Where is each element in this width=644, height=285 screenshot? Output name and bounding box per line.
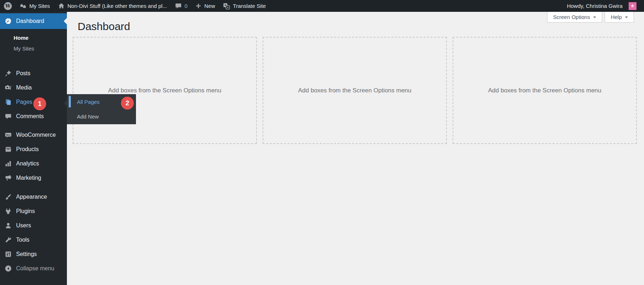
flyout-item-label: Add New: [77, 113, 99, 120]
sidebar-item-dashboard[interactable]: Dashboard: [0, 13, 67, 29]
dashboard-submenu: Home My Sites: [0, 29, 67, 54]
empty-widget-dropzone: Add boxes from the Screen Options menu: [263, 37, 447, 144]
sidebar-item-posts[interactable]: Posts: [0, 66, 67, 81]
flyout-item-all-pages[interactable]: All Pages 2: [67, 94, 136, 109]
step-badge-2: 2: [121, 97, 134, 110]
plug-icon: [5, 208, 12, 215]
megaphone-icon: [5, 174, 12, 182]
sidebar-item-tools[interactable]: Tools: [0, 233, 67, 247]
site-name-menu[interactable]: Non-Divi Stuff (Like other themes and pl…: [54, 0, 171, 12]
step-badge-1: 1: [33, 97, 46, 110]
comments-menu[interactable]: 0: [171, 0, 191, 12]
sidebar-item-appearance[interactable]: Appearance: [0, 190, 67, 204]
flyout-item-add-new[interactable]: Add New: [67, 109, 136, 124]
comments-count: 0: [185, 3, 187, 9]
chevron-down-icon: [625, 16, 628, 20]
main-content: Screen Options Help Dashboard Add boxes …: [67, 12, 644, 285]
dashboard-gauge-icon: [5, 18, 12, 25]
pages-icon: [5, 98, 12, 106]
sidebar-item-label: Settings: [16, 251, 37, 257]
sidebar-item-label: WooCommerce: [16, 132, 56, 138]
translate-site-label: Translate Site: [233, 3, 266, 9]
menu-separator: [0, 124, 67, 128]
sidebar-item-label: Users: [16, 222, 31, 229]
multisite-icon: [20, 3, 26, 9]
sidebar-item-label: Tools: [16, 237, 29, 243]
plus-icon: [195, 3, 201, 9]
sidebar-item-plugins[interactable]: Plugins: [0, 204, 67, 218]
box-icon: [5, 146, 12, 153]
comment-bubble-icon: [5, 113, 12, 120]
wordpress-menu[interactable]: W: [0, 0, 16, 12]
dashboard-widget-area: Add boxes from the Screen Options menu A…: [73, 37, 637, 144]
translate-site-menu[interactable]: Translate Site: [219, 0, 270, 12]
sidebar-item-label: Pages: [16, 99, 32, 105]
my-sites-label: My Sites: [29, 3, 50, 9]
sidebar-item-media[interactable]: Media: [0, 81, 67, 95]
camera-icon: [5, 84, 12, 91]
sidebar-item-pages[interactable]: Pages 1: [0, 95, 67, 109]
wrench-icon: [5, 236, 12, 243]
help-button[interactable]: Help: [605, 12, 634, 23]
user-icon: [5, 222, 12, 229]
sidebar-item-marketing[interactable]: Marketing: [0, 171, 67, 185]
screen-options-button[interactable]: Screen Options: [547, 12, 602, 23]
sidebar-item-label: Analytics: [16, 160, 39, 167]
sidebar-item-label: Marketing: [16, 175, 41, 181]
paintbrush-icon: [5, 193, 12, 201]
collapse-arrow-icon: [5, 265, 12, 272]
sidebar-item-label: Media: [16, 84, 32, 91]
howdy-text: Howdy, Christina Gwira: [567, 3, 623, 9]
svg-text:Woo: Woo: [6, 134, 11, 136]
sidebar-item-label: Products: [16, 146, 39, 153]
sidebar-item-label: Posts: [16, 70, 30, 77]
pushpin-icon: [5, 70, 12, 77]
admin-sidebar: Dashboard Home My Sites Posts Media Page…: [0, 12, 67, 285]
sliders-icon: [5, 251, 12, 258]
new-content-menu[interactable]: New: [191, 0, 219, 12]
sidebar-item-comments[interactable]: Comments: [0, 109, 67, 124]
page-title: Dashboard: [78, 20, 130, 33]
collapse-menu-button[interactable]: Collapse menu: [0, 261, 67, 276]
sidebar-item-my-sites[interactable]: My Sites: [0, 43, 67, 54]
sidebar-item-label: Appearance: [16, 194, 47, 200]
dropzone-hint-text: Add boxes from the Screen Options menu: [298, 87, 411, 94]
sidebar-item-woocommerce[interactable]: Woo WooCommerce: [0, 128, 67, 142]
collapse-menu-label: Collapse menu: [16, 265, 54, 272]
sidebar-item-settings[interactable]: Settings: [0, 247, 67, 261]
sidebar-item-products[interactable]: Products: [0, 142, 67, 156]
my-sites-menu[interactable]: My Sites: [16, 0, 54, 12]
help-label: Help: [611, 14, 622, 20]
sidebar-item-label: Comments: [16, 113, 44, 120]
current-item-bar: [69, 96, 71, 107]
woocommerce-icon: Woo: [5, 131, 12, 139]
bar-chart-icon: [5, 160, 12, 167]
sidebar-item-home[interactable]: Home: [0, 33, 67, 43]
sidebar-item-users[interactable]: Users: [0, 218, 67, 233]
pages-flyout-menu: All Pages 2 Add New: [67, 94, 136, 124]
translate-icon: [223, 3, 230, 10]
flyout-item-label: All Pages: [77, 99, 99, 105]
admin-bar: W My Sites Non-Divi Stuff (Like other th…: [0, 0, 644, 12]
site-name-label: Non-Divi Stuff (Like other themes and pl…: [68, 3, 167, 9]
chevron-down-icon: [593, 16, 596, 20]
screen-options-label: Screen Options: [553, 14, 590, 20]
avatar[interactable]: *: [629, 2, 636, 10]
sidebar-item-label: Dashboard: [16, 18, 44, 24]
account-menu[interactable]: Howdy, Christina Gwira *: [563, 0, 640, 12]
wordpress-logo-icon: W: [4, 2, 12, 10]
dropzone-hint-text: Add boxes from the Screen Options menu: [108, 87, 221, 94]
new-label: New: [204, 3, 215, 9]
menu-separator: [0, 185, 67, 190]
comment-bubble-icon: [175, 3, 182, 9]
home-icon: [58, 3, 65, 9]
screen-meta-links: Screen Options Help: [547, 12, 634, 23]
sidebar-item-analytics[interactable]: Analytics: [0, 156, 67, 171]
sidebar-item-label: Plugins: [16, 208, 35, 214]
dropzone-hint-text: Add boxes from the Screen Options menu: [488, 87, 601, 94]
empty-widget-dropzone: Add boxes from the Screen Options menu: [453, 37, 637, 144]
empty-widget-dropzone: Add boxes from the Screen Options menu: [73, 37, 257, 144]
active-menu-arrow: [60, 18, 67, 24]
